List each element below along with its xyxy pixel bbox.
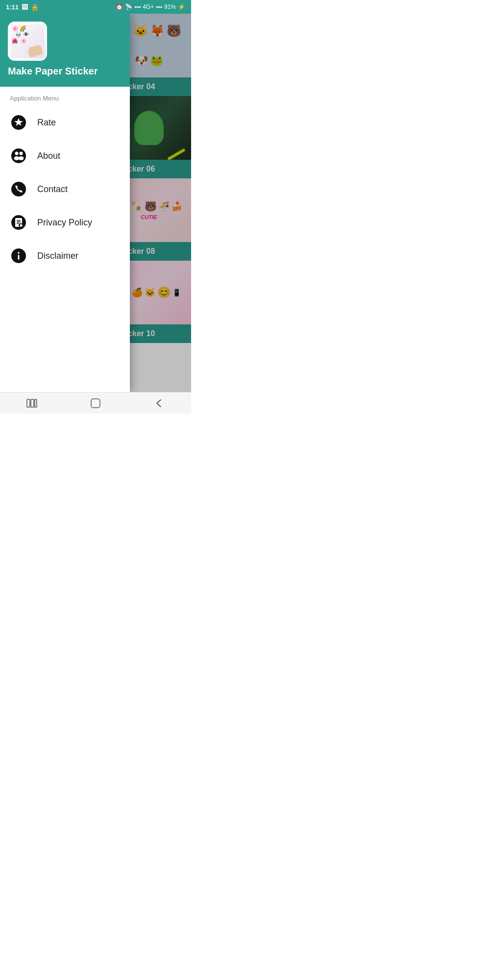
star-icon [10, 114, 27, 131]
disclaimer-label: Disclaimer [37, 251, 78, 261]
battery-icon: ⚡ [178, 3, 185, 10]
svg-rect-21 [91, 399, 100, 408]
app-icon-wrapper: 🌸 🌈 💀 👁 🌺 🌸 [8, 22, 47, 61]
menu-item-disclaimer[interactable]: Disclaimer [0, 239, 130, 272]
lock-icon: 🔒 [31, 3, 39, 11]
network-type: 4G+ [143, 3, 154, 10]
menu-item-rate[interactable]: Rate [0, 106, 130, 139]
svg-point-6 [19, 156, 24, 160]
contact-label: Contact [37, 184, 68, 195]
menu-item-contact[interactable]: Contact [0, 172, 130, 206]
svg-rect-19 [31, 399, 34, 407]
svg-rect-10 [17, 220, 21, 221]
app-icon: 🌸 🌈 💀 👁 🌺 🌸 [9, 23, 46, 60]
info-icon [10, 247, 27, 265]
recents-button[interactable] [21, 392, 43, 414]
navigation-drawer: 🌸 🌈 💀 👁 🌺 🌸 Make Paper Sticker Applicati [0, 14, 130, 392]
phone-icon [10, 180, 27, 198]
about-label: About [37, 151, 60, 161]
time: 1:11 [6, 3, 19, 11]
app-title: Make Paper Sticker [8, 66, 122, 77]
bottom-navigation [0, 392, 191, 414]
dim-overlay[interactable] [130, 14, 191, 392]
privacy-label: Privacy Policy [37, 218, 92, 228]
svg-rect-14 [20, 225, 23, 227]
alarm-icon: ⏰ [116, 3, 123, 10]
status-left: 1:11 🖼 🔒 [6, 3, 39, 11]
svg-rect-20 [35, 399, 37, 407]
drawer-body: Application Menu Rate [0, 87, 130, 392]
signal-bars: ▪▪▪ [134, 3, 141, 10]
menu-item-about[interactable]: About [0, 139, 130, 172]
battery: 91% [164, 3, 176, 10]
back-button[interactable] [148, 392, 170, 414]
svg-point-2 [11, 148, 26, 163]
menu-section-label: Application Menu [0, 87, 130, 106]
svg-rect-18 [27, 399, 30, 407]
svg-rect-12 [17, 223, 19, 224]
rate-label: Rate [37, 118, 56, 128]
people-icon [10, 147, 27, 165]
drawer-header: 🌸 🌈 💀 👁 🌺 🌸 Make Paper Sticker [0, 14, 130, 87]
svg-point-3 [15, 152, 19, 155]
signal-bars-2: ▪▪▪ [156, 3, 162, 10]
svg-rect-17 [18, 255, 20, 260]
svg-rect-11 [17, 221, 21, 222]
menu-item-privacy[interactable]: Privacy Policy [0, 206, 130, 239]
wifi-icon: 📡 [125, 3, 132, 10]
status-right: ⏰ 📡 ▪▪▪ 4G+ ▪▪▪ 91% ⚡ [116, 3, 185, 10]
main-wrapper: h Paper 🐰 🐱 🦊 🐻 🐶 🐸 r Sticker 04 [0, 14, 191, 392]
svg-point-16 [18, 252, 20, 254]
home-button[interactable] [85, 392, 106, 414]
photo-icon: 🖼 [22, 3, 28, 11]
document-icon [10, 214, 27, 231]
svg-point-7 [11, 182, 26, 196]
svg-point-5 [20, 152, 23, 155]
status-bar: 1:11 🖼 🔒 ⏰ 📡 ▪▪▪ 4G+ ▪▪▪ 91% ⚡ [0, 0, 191, 14]
